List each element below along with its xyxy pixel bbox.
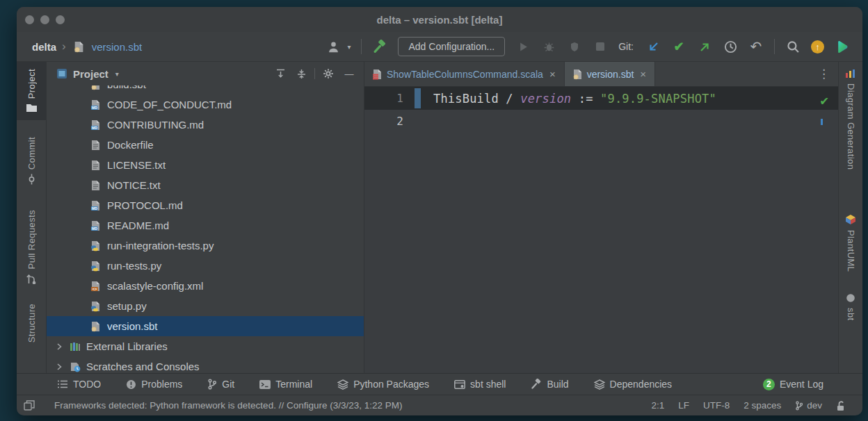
tree-item[interactable]: build.sbt <box>47 85 364 94</box>
tool-button-todo[interactable]: TODO <box>57 379 101 390</box>
status-widgets: 2:1 LF UTF-8 2 spaces dev <box>651 400 846 411</box>
status-message[interactable]: Frameworks detected: Python framework is… <box>54 400 402 411</box>
tool-button-event-log[interactable]: 2 Event Log <box>763 379 823 390</box>
tree-item[interactable]: setup.py <box>47 296 364 316</box>
tab-options-kebab-icon[interactable]: ⋮ <box>810 62 838 86</box>
chevron-right-icon[interactable] <box>55 363 63 370</box>
tool-button-label: Git <box>222 379 234 390</box>
breadcrumb-file[interactable]: version.sbt <box>92 41 143 53</box>
code-line[interactable]: ThisBuild / version := "9.9.9-SNAPSHOT" <box>421 92 716 106</box>
tree-item-label: PROTOCOL.md <box>107 199 183 211</box>
tree-item-scratches[interactable]: Scratches and Consoles <box>47 356 364 373</box>
tool-button-terminal[interactable]: Terminal <box>259 379 312 390</box>
close-tab-icon[interactable]: × <box>640 68 646 80</box>
user-profile-button[interactable] <box>326 39 341 54</box>
sbt-file-icon <box>90 321 102 332</box>
encoding-widget[interactable]: UTF-8 <box>703 400 730 411</box>
caret-stripe-mark <box>821 119 823 125</box>
line-number[interactable]: 1 <box>364 92 415 105</box>
svg-text:MD: MD <box>92 226 97 230</box>
inspections-ok-icon[interactable]: ✔ <box>821 92 828 108</box>
tree-item[interactable]: MD CONTRIBUTING.md <box>47 115 364 135</box>
tree-item[interactable]: Dockerfile <box>47 135 364 155</box>
editor-body[interactable]: 1 ThisBuild / version := "9.9.9-SNAPSHOT… <box>364 87 838 373</box>
restore-tool-windows-icon[interactable] <box>24 400 35 411</box>
tree-item[interactable]: MD README.md <box>47 215 364 236</box>
git-update-project-icon[interactable] <box>645 39 661 54</box>
tree-item[interactable]: run-integration-tests.py <box>47 236 364 256</box>
scala-file-icon <box>373 69 382 80</box>
tool-button-dependencies[interactable]: Dependencies <box>594 379 673 390</box>
breadcrumb-separator-icon: › <box>62 40 66 53</box>
tool-button-sbt-shell[interactable]: sbt shell <box>454 379 506 390</box>
tool-button-python-packages[interactable]: Python Packages <box>337 379 429 390</box>
project-view-selector[interactable]: Project <box>73 68 108 80</box>
run-button[interactable] <box>515 39 531 54</box>
tool-button-git[interactable]: Git <box>207 379 234 390</box>
settings-gear-icon[interactable] <box>321 66 336 81</box>
line-number[interactable]: 2 <box>364 115 415 128</box>
left-tool-strip: Project Commit Pull Requests Structure <box>17 62 47 373</box>
git-history-clock-icon[interactable] <box>723 39 738 54</box>
tool-tab-pull-requests[interactable]: Pull Requests <box>17 203 46 290</box>
collapse-all-icon[interactable] <box>294 66 309 81</box>
chevron-right-icon[interactable] <box>55 343 63 350</box>
tree-item-selected[interactable]: version.sbt <box>47 316 364 336</box>
git-rollback-icon[interactable]: ↶ <box>748 39 764 54</box>
markdown-file-icon: MD <box>90 220 102 231</box>
hide-panel-icon[interactable]: — <box>341 66 357 81</box>
toolbar-actions: ▾ Add Configuration... Git: ✔ <box>326 37 850 56</box>
editor-tab-label: ShowTableColumnsCommand.scala <box>387 69 543 80</box>
editor-line-1[interactable]: 1 ThisBuild / version := "9.9.9-SNAPSHOT… <box>364 87 838 110</box>
indent-widget[interactable]: 2 spaces <box>744 400 781 411</box>
update-available-icon[interactable]: ↑ <box>811 40 824 53</box>
line-separator-widget[interactable]: LF <box>678 400 689 411</box>
tree-item-label: README.md <box>107 220 169 231</box>
tree-item[interactable]: NOTICE.txt <box>47 175 364 195</box>
tool-tab-sbt[interactable]: sbt <box>846 293 856 321</box>
tree-item[interactable]: LICENSE.txt <box>47 155 364 175</box>
breadcrumb-project[interactable]: delta <box>32 41 56 53</box>
stop-button[interactable] <box>593 39 608 54</box>
tree-item[interactable]: MD CODE_OF_CONDUCT.md <box>47 94 364 115</box>
editor-line-2[interactable]: 2 <box>364 110 838 133</box>
add-configuration-button[interactable]: Add Configuration... <box>398 37 505 56</box>
git-commit-icon[interactable]: ✔ <box>671 39 686 54</box>
tool-tab-diagram-generation[interactable]: Diagram Generation <box>845 69 856 170</box>
tool-tab-commit[interactable]: Commit <box>17 130 46 192</box>
project-view-dropdown-icon[interactable]: ▾ <box>115 70 119 78</box>
expand-all-icon[interactable] <box>273 66 288 81</box>
main-area: Project Commit Pull Requests Structure <box>17 61 862 373</box>
update-arrow-glyph: ↑ <box>815 42 820 52</box>
tool-button-build[interactable]: Build <box>531 379 568 390</box>
code-with-me-icon[interactable] <box>835 39 850 54</box>
caret-position-widget[interactable]: 2:1 <box>651 400 664 411</box>
search-everywhere-icon[interactable] <box>785 39 801 54</box>
tool-button-problems[interactable]: Problems <box>126 379 182 390</box>
tree-item-external-libraries[interactable]: External Libraries <box>47 336 364 356</box>
git-branch-icon <box>795 401 803 411</box>
run-with-coverage-button[interactable] <box>567 39 582 54</box>
tool-tab-project[interactable]: Project <box>17 62 46 120</box>
git-branch-widget[interactable]: dev <box>795 400 822 411</box>
tree-item[interactable]: MD PROTOCOL.md <box>47 195 364 215</box>
debug-button[interactable] <box>541 39 556 54</box>
git-push-icon[interactable] <box>697 39 712 54</box>
sbt-tool-icon <box>846 293 855 303</box>
titlebar: delta – version.sbt [delta] <box>17 7 862 32</box>
editor-tab-version-sbt[interactable]: version.sbt × <box>565 62 655 86</box>
writable-lock-icon[interactable] <box>836 400 846 411</box>
tree-item[interactable]: run-tests.py <box>47 256 364 276</box>
tree-item[interactable]: <> scalastyle-config.xml <box>47 276 364 296</box>
svg-text:MD: MD <box>92 125 97 129</box>
close-tab-icon[interactable]: × <box>549 68 556 80</box>
build-hammer-icon[interactable] <box>372 39 387 54</box>
problems-icon <box>126 379 136 390</box>
editor-tab-showtablecolumnscommand[interactable]: ShowTableColumnsCommand.scala × <box>364 62 565 86</box>
code-token-keyword: version <box>520 92 571 106</box>
tool-tab-structure[interactable]: Structure <box>17 297 46 349</box>
tree-item-label: CODE_OF_CONDUCT.md <box>107 99 232 110</box>
markdown-file-icon: MD <box>90 99 102 110</box>
tool-tab-plantuml[interactable]: PlantUML <box>845 214 856 272</box>
tree-item-label: run-integration-tests.py <box>107 240 214 251</box>
